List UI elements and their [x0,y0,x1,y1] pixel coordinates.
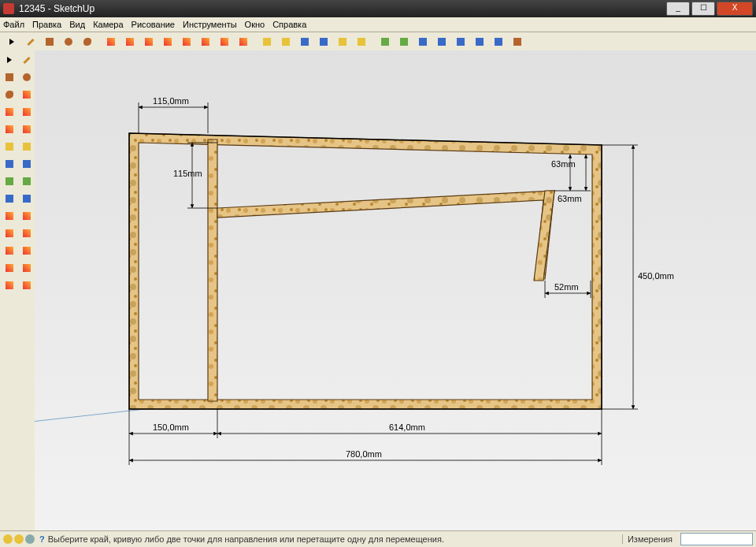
offset-button[interactable] [235,33,252,50]
scale-icon [6,160,13,168]
previous-button[interactable] [471,33,488,50]
orbit-button[interactable] [376,33,394,50]
prot-tool[interactable] [2,191,17,207]
dimension-icon [320,38,328,46]
svg-text:115,0mm: 115,0mm [153,96,189,106]
dim-52: 52mm [545,281,591,298]
pos-tool[interactable] [2,277,17,293]
status-icon-3[interactable] [25,534,35,544]
poly-tool[interactable] [2,104,17,120]
free-tool[interactable] [19,104,35,120]
line-tool[interactable] [2,69,17,85]
zoom-window-button[interactable] [433,33,450,50]
scale-button[interactable] [178,33,195,50]
move-button[interactable] [140,33,158,50]
paint-button[interactable] [121,33,139,50]
orbit-icon [6,229,13,237]
follow-tool[interactable] [19,139,35,154]
sect-tool[interactable] [2,260,17,276]
minimize-button[interactable]: _ [666,2,690,16]
help-icon[interactable]: ? [39,534,45,544]
orbit-tool[interactable] [2,225,17,241]
zoom-window-icon [438,38,446,46]
prot-icon [6,195,13,203]
rect-tool[interactable] [2,87,17,102]
model-viewport[interactable]: 115,0mm 115mm 63mm 63mm 52mm [35,50,756,531]
text-button[interactable] [334,33,351,50]
zext-tool[interactable] [19,243,35,259]
select-arrow-icon [9,39,14,45]
circle-icon [23,91,31,99]
protractor-button[interactable] [277,33,295,50]
orbit-icon [381,38,389,46]
pan-tool[interactable] [19,225,35,241]
section-button[interactable] [353,33,370,50]
osb-right-stub [534,191,554,281]
eraser-button[interactable] [102,33,120,50]
paint-tool[interactable] [2,208,17,224]
walk-icon [23,264,31,272]
pan-icon [400,38,408,46]
arc-tool[interactable] [19,69,35,85]
measurements-label: Измерения [622,534,677,544]
walk-tool[interactable] [19,260,35,276]
menu-вид[interactable]: Вид [69,20,85,29]
axes-button[interactable] [296,33,313,50]
measurements-input[interactable] [680,533,753,545]
text-icon [23,195,31,203]
iso-button[interactable] [509,33,526,50]
pencil-icon [27,38,34,45]
zoom-tool[interactable] [2,243,17,259]
zoom-extents-button[interactable] [452,33,469,50]
pushpull-icon [202,38,209,46]
menu-рисование[interactable]: Рисование [132,20,175,29]
status-icon-1[interactable] [3,534,13,544]
menu-справка[interactable]: Справка [272,20,306,29]
dimension-button[interactable] [315,33,332,50]
scale-tool[interactable] [2,156,17,172]
maximize-button[interactable]: ☐ [691,2,715,16]
menu-инструменты[interactable]: Инструменты [183,20,237,29]
menu-камера[interactable]: Камера [93,20,123,29]
push-tool[interactable] [19,121,35,137]
look-tool[interactable] [19,277,35,293]
pencil-button[interactable] [22,33,39,50]
rotate-button[interactable] [159,33,176,50]
close-button[interactable]: X [717,2,753,16]
status-hint: Выберите край, кривую либо две точки для… [48,534,444,544]
window-titlebar: 12345 - SketchUp _ ☐ X [0,0,756,17]
freehand-button[interactable] [79,33,96,50]
top-toolbar [0,32,756,52]
select-tool[interactable] [2,52,17,68]
eraser-tool[interactable] [19,52,35,68]
dim-614: 614,0mm [217,409,602,438]
text-tool[interactable] [19,191,35,207]
osb-inner-shelf [217,191,554,279]
rectangle-button[interactable] [41,33,58,50]
tape-button[interactable] [258,33,276,50]
follow-button[interactable] [216,33,233,50]
menu-окно[interactable]: Окно [245,20,265,29]
move-tool[interactable] [2,121,17,137]
zoom-icon [419,38,427,46]
axes-tool[interactable] [19,208,35,224]
zoom-button[interactable] [414,33,432,50]
circle-button[interactable] [60,33,77,50]
iso-icon [513,38,521,46]
circle-tool[interactable] [19,87,35,102]
menu-файл[interactable]: Файл [3,20,24,29]
select-arrow-button[interactable] [3,33,20,50]
svg-text:150,0mm: 150,0mm [153,422,189,432]
tape-tool[interactable] [2,173,17,189]
next-button[interactable] [490,33,507,50]
status-icon-2[interactable] [14,534,24,544]
menu-правка[interactable]: Правка [32,20,61,29]
dim-tool[interactable] [19,173,35,189]
rotate-tool[interactable] [2,139,17,154]
pushpull-button[interactable] [197,33,214,50]
axes-icon [301,38,309,46]
drawing-canvas[interactable]: 115,0mm 115mm 63mm 63mm 52mm [35,50,756,531]
offset-tool[interactable] [19,156,35,172]
line-icon [6,73,13,81]
pan-button[interactable] [395,33,413,50]
